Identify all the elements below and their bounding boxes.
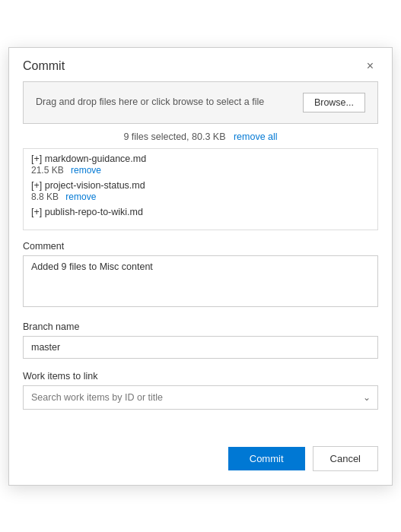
work-items-field-group: Work items to link ⌄ [23,371,378,410]
commit-dialog: Commit × Drag and drop files here or cli… [8,47,393,486]
file-list-container: [+] markdown-guidance.md 21.5 KB remove … [23,148,378,230]
drop-zone: Drag and drop files here or click browse… [23,81,378,124]
comment-textarea[interactable]: Added 9 files to Misc content [23,255,378,307]
file-name: [+] project-vision-status.md [31,180,370,191]
comment-field-group: Comment Added 9 files to Misc content [23,241,378,309]
cancel-button[interactable]: Cancel [313,446,378,471]
list-item: [+] project-vision-status.md 8.8 KB remo… [31,180,370,202]
close-button[interactable]: × [362,59,378,74]
drop-zone-text: Drag and drop files here or click browse… [36,96,294,109]
dialog-body: Drag and drop files here or click browse… [9,81,392,435]
remove-link[interactable]: remove [71,165,101,176]
file-name: [+] markdown-guidance.md [31,154,370,164]
file-list: [+] markdown-guidance.md 21.5 KB remove … [24,149,377,226]
files-summary: 9 files selected, 80.3 KB remove all [23,131,378,142]
remove-link[interactable]: remove [65,192,96,202]
browse-button[interactable]: Browse... [303,93,365,112]
work-items-label: Work items to link [23,371,378,382]
dialog-header: Commit × [9,48,392,81]
branch-label: Branch name [23,321,378,332]
work-items-wrapper: ⌄ [23,385,378,410]
remove-all-link[interactable]: remove all [234,131,278,142]
list-item: [+] publish-repo-to-wiki.md [31,207,370,217]
file-meta: 21.5 KB remove [31,165,101,176]
files-count-text: 9 files selected, 80.3 KB [123,131,225,142]
branch-input[interactable] [23,336,378,359]
file-name: [+] publish-repo-to-wiki.md [31,207,370,217]
dialog-footer: Commit Cancel [9,435,392,485]
commit-button[interactable]: Commit [228,447,305,470]
file-meta: 8.8 KB remove [31,192,96,202]
list-item: [+] markdown-guidance.md 21.5 KB remove [31,154,370,176]
branch-field-group: Branch name [23,321,378,359]
comment-label: Comment [23,241,378,252]
work-items-input[interactable] [23,385,378,410]
dialog-title: Commit [23,59,65,73]
